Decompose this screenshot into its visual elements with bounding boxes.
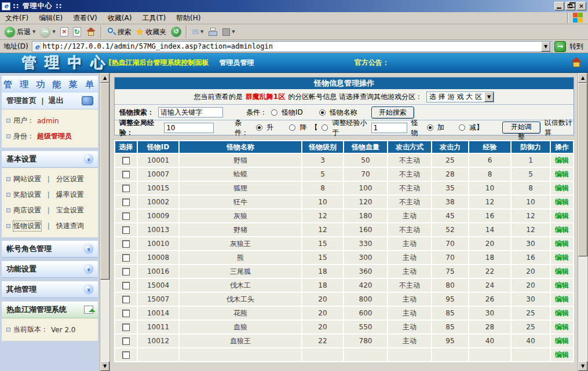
section-header[interactable]: 功能设置» bbox=[2, 261, 98, 278]
edit-link[interactable]: 编辑 bbox=[555, 351, 569, 359]
banner-home-icon[interactable] bbox=[571, 57, 582, 68]
radio-exp-less-than-label[interactable]: 调整经验小于 bbox=[332, 118, 367, 138]
chevron-down-icon[interactable]: » bbox=[84, 155, 93, 164]
zone-select[interactable]: 选 择 游 戏 大 区 ▼ bbox=[426, 91, 494, 102]
sidebar-link[interactable]: 商店设置 bbox=[13, 205, 41, 215]
sidebar-scrollbar[interactable]: ▲ ▼ bbox=[100, 73, 110, 371]
radio-exp-up[interactable] bbox=[256, 124, 262, 131]
row-checkbox[interactable] bbox=[122, 351, 130, 359]
edit-link[interactable]: 编辑 bbox=[555, 240, 569, 248]
row-checkbox[interactable] bbox=[122, 310, 130, 317]
refresh-button[interactable]: ↻ bbox=[71, 27, 83, 37]
start-adjust-button[interactable]: 开始调整 bbox=[502, 122, 540, 134]
adjust-multiplier-input[interactable] bbox=[164, 123, 214, 133]
edit-link[interactable]: 编辑 bbox=[555, 323, 569, 331]
edit-link[interactable]: 编辑 bbox=[555, 254, 569, 262]
row-checkbox[interactable] bbox=[122, 226, 130, 234]
sidebar-link[interactable]: 网站设置 bbox=[13, 174, 41, 184]
section-header[interactable]: 其他管理» bbox=[2, 281, 98, 298]
nav-admin-management[interactable]: 管理员管理 bbox=[220, 58, 254, 68]
radio-exp-down[interactable] bbox=[289, 124, 295, 131]
restore-button[interactable] bbox=[565, 2, 575, 10]
radio-monster-id-label[interactable]: 怪物ID bbox=[282, 108, 303, 117]
edit-page-button[interactable]: ▼ bbox=[220, 28, 237, 36]
radio-monster-id[interactable] bbox=[271, 109, 277, 116]
sidebar-link[interactable]: 怪物设置 bbox=[13, 221, 41, 231]
scrollbar-thumb[interactable] bbox=[578, 83, 587, 256]
menu-favorites[interactable]: 收藏(A) bbox=[103, 12, 137, 24]
scroll-up-icon[interactable]: ▲ bbox=[100, 73, 109, 83]
scroll-down-icon[interactable]: ▼ bbox=[578, 361, 587, 371]
edit-link[interactable]: 编辑 bbox=[555, 267, 569, 276]
radio-exp-up-label[interactable]: 升 bbox=[266, 123, 273, 133]
chevron-down-icon[interactable]: » bbox=[84, 265, 93, 274]
radio-exp-down-label[interactable]: 降 bbox=[300, 123, 306, 133]
go-label[interactable]: 转到 bbox=[568, 42, 586, 52]
edit-link[interactable]: 编辑 bbox=[555, 281, 569, 289]
edit-link[interactable]: 编辑 bbox=[555, 170, 569, 178]
monster-keyword-input[interactable] bbox=[158, 107, 223, 117]
row-checkbox[interactable] bbox=[122, 254, 130, 262]
menu-view[interactable]: 查看(V) bbox=[68, 12, 103, 24]
mail-dropdown-icon[interactable]: ▼ bbox=[200, 30, 203, 34]
scroll-down-icon[interactable]: ▼ bbox=[100, 361, 109, 371]
edit-link[interactable]: 编辑 bbox=[555, 156, 569, 164]
close-button[interactable]: × bbox=[576, 2, 586, 10]
sidebar-home-link[interactable]: 管理首页 bbox=[6, 95, 36, 106]
stop-button[interactable]: × bbox=[58, 27, 71, 37]
radio-monster-name[interactable] bbox=[319, 109, 326, 116]
select-arrow-icon[interactable]: ▼ bbox=[484, 92, 494, 102]
menu-file[interactable]: 文件(F) bbox=[0, 12, 34, 24]
edit-link[interactable]: 编辑 bbox=[555, 295, 569, 303]
start-search-button[interactable]: 开始搜索 bbox=[371, 106, 414, 119]
edit-link[interactable]: 编辑 bbox=[555, 309, 569, 317]
forward-button[interactable]: → ▼ bbox=[38, 26, 57, 38]
sidebar-link[interactable]: 爆率设置 bbox=[56, 190, 84, 200]
address-input[interactable]: e http://127.0.0.1/admin/57MG_index.asp?… bbox=[32, 41, 552, 52]
radio-exp-add-label[interactable]: 加 bbox=[437, 123, 444, 133]
history-button[interactable]: ↺ bbox=[169, 26, 184, 38]
sidebar-link[interactable]: 奖励设置 bbox=[13, 190, 41, 200]
row-checkbox[interactable] bbox=[122, 337, 130, 345]
address-url[interactable]: http://127.0.0.1/admin/57MG_index.asp?ac… bbox=[43, 42, 539, 50]
edit-link[interactable]: 编辑 bbox=[555, 226, 569, 234]
sidebar-link[interactable]: 宝盒设置 bbox=[56, 205, 84, 215]
address-dropdown-icon[interactable]: ▼ bbox=[541, 42, 550, 52]
minimize-button[interactable] bbox=[554, 2, 564, 10]
favorites-button[interactable]: ★ 收藏夹 bbox=[134, 27, 169, 38]
row-checkbox[interactable] bbox=[122, 296, 130, 303]
row-checkbox[interactable] bbox=[122, 171, 130, 178]
row-checkbox[interactable] bbox=[122, 199, 130, 206]
row-checkbox[interactable] bbox=[122, 185, 130, 192]
radio-exp-less-than[interactable] bbox=[322, 124, 328, 131]
scrollbar-thumb[interactable] bbox=[100, 83, 109, 280]
edit-link[interactable]: 编辑 bbox=[555, 198, 569, 206]
edit-link[interactable]: 编辑 bbox=[555, 337, 569, 345]
back-button[interactable]: ← 后退 ▼ bbox=[2, 26, 38, 38]
search-button[interactable]: 搜索 bbox=[104, 27, 134, 38]
back-dropdown-icon[interactable]: ▼ bbox=[32, 30, 35, 34]
radio-exp-subtract-label[interactable]: 减】 bbox=[469, 123, 483, 133]
sidebar-link[interactable]: 快速查询 bbox=[56, 221, 84, 231]
row-checkbox[interactable] bbox=[122, 282, 130, 289]
row-checkbox[interactable] bbox=[122, 324, 130, 331]
radio-exp-subtract[interactable] bbox=[459, 124, 465, 131]
menu-edit[interactable]: 编辑(E) bbox=[34, 12, 68, 24]
mail-button[interactable]: ✉ ▼ bbox=[189, 27, 206, 37]
menu-help[interactable]: 帮助(H) bbox=[171, 12, 206, 24]
sidebar-link[interactable]: 分区设置 bbox=[56, 174, 84, 184]
main-scrollbar[interactable]: ▲ ▼ bbox=[578, 73, 588, 371]
forward-dropdown-icon[interactable]: ▼ bbox=[52, 30, 55, 34]
chevron-down-icon[interactable]: » bbox=[84, 285, 93, 294]
row-checkbox[interactable] bbox=[122, 212, 130, 220]
radio-monster-name-label[interactable]: 怪物名称 bbox=[330, 108, 357, 117]
home-button[interactable] bbox=[83, 27, 98, 37]
radio-exp-add[interactable] bbox=[427, 124, 433, 131]
menu-tools[interactable]: 工具(T) bbox=[137, 12, 171, 24]
chevron-down-icon[interactable]: » bbox=[84, 244, 93, 254]
scroll-up-icon[interactable]: ▲ bbox=[578, 73, 587, 83]
row-checkbox[interactable] bbox=[122, 240, 130, 248]
edit-link[interactable]: 编辑 bbox=[555, 184, 569, 192]
print-button[interactable] bbox=[206, 27, 220, 36]
go-button[interactable]: → bbox=[554, 41, 566, 52]
